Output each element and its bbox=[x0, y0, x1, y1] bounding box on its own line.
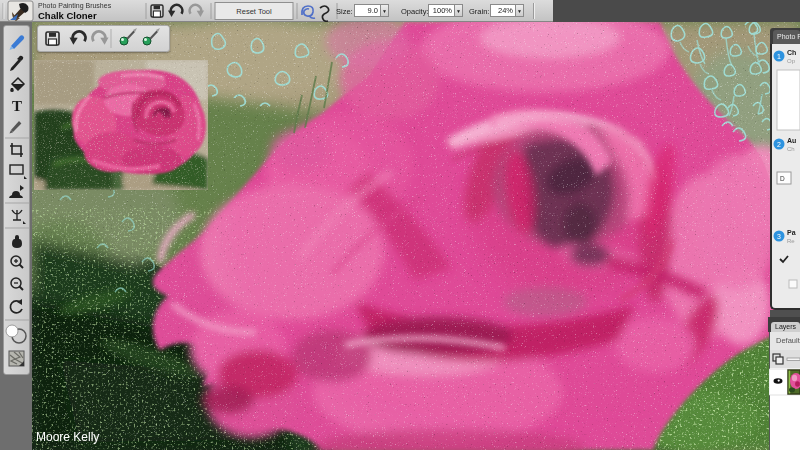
svg-text:T: T bbox=[12, 98, 22, 114]
svg-text:2: 2 bbox=[777, 141, 781, 148]
svg-text:1: 1 bbox=[777, 53, 781, 60]
svg-text:Moore Kelly: Moore Kelly bbox=[36, 430, 99, 444]
svg-text:Pa: Pa bbox=[787, 229, 796, 236]
svg-text:D: D bbox=[780, 175, 785, 182]
svg-text:Re: Re bbox=[787, 238, 795, 244]
svg-text:Op: Op bbox=[787, 58, 796, 64]
svg-text:Ch: Ch bbox=[787, 146, 795, 152]
svg-text:Au: Au bbox=[787, 137, 796, 144]
svg-text:3: 3 bbox=[777, 233, 781, 240]
svg-text:Reset Tool: Reset Tool bbox=[236, 7, 272, 16]
svg-text:Ch: Ch bbox=[787, 49, 796, 56]
